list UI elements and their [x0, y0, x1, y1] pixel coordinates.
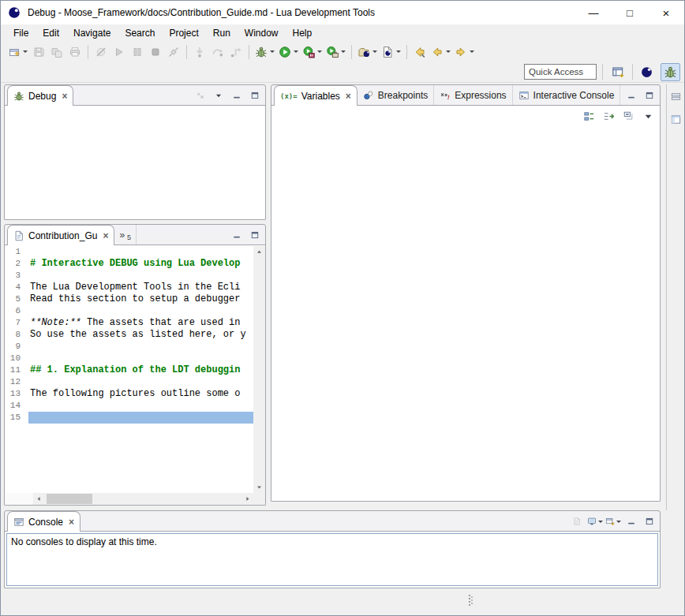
scroll-up-icon[interactable] [253, 246, 265, 258]
forward-button[interactable] [453, 43, 476, 61]
new-lua-project-button[interactable] [356, 43, 379, 61]
variables-tab-interactive-console[interactable]: Interactive Console [513, 85, 621, 105]
variables-content[interactable] [271, 105, 660, 501]
menu-search[interactable]: Search [118, 25, 162, 41]
debug-tab-debug[interactable]: Debug× [7, 85, 73, 106]
dropdown-arrow-icon[interactable] [23, 50, 28, 53]
collapse-all-button[interactable] [621, 109, 635, 123]
dropdown-arrow-icon[interactable] [294, 50, 298, 53]
menu-edit[interactable]: Edit [36, 25, 66, 41]
view-menu-button[interactable] [211, 88, 226, 103]
close-tab-icon[interactable]: × [62, 91, 67, 102]
editor-line[interactable]: 13The following pictures outline some o [5, 388, 253, 400]
close-tab-icon[interactable]: × [346, 91, 351, 102]
vertical-scrollbar[interactable] [253, 246, 265, 493]
editor-line[interactable]: 1 [5, 246, 253, 258]
editor-line[interactable]: 12 [5, 376, 253, 388]
remove-all-terminated-icon [196, 91, 205, 100]
editor-line[interactable]: 7**Note:** The assets that are used in [5, 317, 253, 329]
menu-navigate[interactable]: Navigate [66, 25, 118, 41]
close-tab-icon[interactable]: × [103, 230, 108, 241]
back-button[interactable] [429, 43, 452, 61]
editor-line[interactable]: 10 [5, 353, 253, 364]
menu-project[interactable]: Project [162, 25, 205, 41]
editor-lines[interactable]: 12# Interactive DEBUG using Lua Develop3… [5, 246, 253, 493]
maximize-button[interactable] [642, 514, 657, 528]
editor-line[interactable]: 8So use the assets as listed here, or y [5, 329, 253, 341]
close-window-button[interactable]: × [648, 1, 684, 24]
console-page[interactable]: No consoles to display at this time. [6, 533, 658, 586]
run-button[interactable] [277, 43, 300, 61]
show-type-names-button[interactable] [582, 109, 596, 123]
variables-tab-breakpoints[interactable]: Breakpoints [357, 85, 434, 105]
scroll-left-icon[interactable] [33, 493, 45, 505]
minimize-button[interactable] [624, 514, 638, 528]
variables-tab-expressions[interactable]: Expressions [434, 85, 512, 105]
debug-content[interactable] [5, 105, 265, 219]
run-coverage-button[interactable] [301, 43, 324, 61]
show-logical-structure-button[interactable] [601, 109, 616, 123]
variables-tab-variables[interactable]: (x)=Variables× [274, 85, 357, 106]
dropdown-arrow-icon[interactable] [396, 50, 401, 53]
save-all-button [48, 43, 66, 61]
display-selected-console-button[interactable] [588, 514, 602, 528]
editor-line[interactable]: 14 [5, 400, 253, 412]
open-perspective-button[interactable] [608, 63, 628, 81]
splitter-handle[interactable] [469, 595, 470, 596]
dropdown-arrow-icon[interactable] [470, 50, 474, 53]
hscroll-thumb[interactable] [47, 494, 92, 504]
line-number: 14 [5, 400, 28, 412]
scroll-down-icon[interactable] [253, 481, 265, 493]
editor-tab-contribution-gu[interactable]: Contribution_Gu× [7, 225, 114, 245]
debug-perspective-button[interactable] [661, 63, 680, 81]
external-tools-button[interactable] [324, 43, 347, 61]
menu-window[interactable]: Window [238, 25, 286, 41]
editor-line[interactable]: 11## 1. Explanation of the LDT debuggin [5, 364, 253, 376]
debug-button[interactable] [253, 43, 276, 61]
editor-content[interactable]: 12# Interactive DEBUG using Lua Develop3… [5, 245, 265, 505]
last-edit-location-button[interactable] [411, 43, 429, 61]
open-console-button[interactable] [606, 514, 620, 528]
dropdown-arrow-icon[interactable] [616, 521, 621, 523]
console-tabbar: Console× [5, 511, 660, 531]
view-menu-button[interactable] [641, 109, 655, 123]
editor-line[interactable]: 5Read this section to setup a debugger [5, 293, 253, 305]
editor-line[interactable]: 15 [5, 412, 253, 424]
quick-access-input[interactable]: Quick Access [524, 64, 597, 80]
maximize-button[interactable] [248, 228, 262, 242]
dropdown-arrow-icon[interactable] [341, 50, 346, 53]
dropdown-arrow-icon[interactable] [317, 50, 322, 53]
dropdown-arrow-icon[interactable] [372, 50, 377, 53]
minimize-button[interactable] [624, 88, 638, 103]
maximize-button[interactable] [642, 88, 657, 103]
editor-tab-overflow[interactable]: »5 [114, 225, 137, 245]
vscroll-track[interactable] [253, 258, 265, 481]
dropdown-arrow-icon[interactable] [598, 521, 603, 523]
new-lua-file-button[interactable] [380, 43, 402, 61]
minimize-button[interactable] [230, 228, 244, 242]
minimize-window-button[interactable]: — [575, 1, 612, 24]
console-tab-console[interactable]: Console× [7, 511, 80, 532]
dropdown-arrow-icon[interactable] [270, 50, 275, 53]
ldt-perspective-button[interactable] [637, 63, 657, 81]
dropdown-arrow-icon[interactable] [446, 50, 451, 53]
new-wizard-button[interactable] [6, 43, 29, 61]
editor-line[interactable]: 4The Lua Development Tools in the Ecli [5, 282, 253, 293]
editor-line[interactable]: 9 [5, 341, 253, 353]
minimize-button[interactable] [230, 88, 244, 103]
restore-toolbar-button[interactable] [668, 88, 684, 104]
maximize-button[interactable] [248, 88, 262, 103]
editor-line[interactable]: 2# Interactive DEBUG using Lua Develop [5, 258, 253, 270]
menu-help[interactable]: Help [286, 25, 320, 41]
horizontal-scrollbar[interactable] [33, 493, 253, 505]
editor-line[interactable]: 6 [5, 305, 253, 317]
editor-line[interactable]: 3 [5, 270, 253, 282]
close-tab-icon[interactable]: × [69, 517, 74, 528]
menu-file[interactable]: File [6, 25, 36, 41]
maximize-window-button[interactable]: □ [612, 1, 648, 24]
menu-run[interactable]: Run [206, 25, 238, 41]
maximize-icon [250, 91, 260, 100]
hscroll-track[interactable] [45, 493, 241, 505]
scroll-right-icon[interactable] [241, 493, 253, 505]
minimized-view-button[interactable] [668, 111, 684, 127]
